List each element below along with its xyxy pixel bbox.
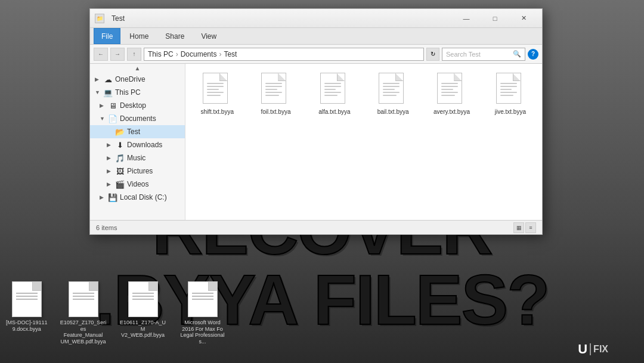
desktop-icon: 🖥 [108,101,117,110]
sidebar-label-pictures: Pictures [127,167,153,175]
expand-icon: ▶ [107,168,113,174]
logo-separator [590,343,591,355]
bottom-file-name-2: E10527_Z170_SeriesFeature_ManualUM_WEB.p… [60,319,107,345]
file-item[interactable]: foil.txt.byya [249,69,302,120]
logo-fix: FIX [593,344,608,355]
file-name: alfa.txt.byya [318,108,350,116]
address-path[interactable]: This PC › Documents › Test [144,48,424,61]
separator-1: › [176,50,178,58]
status-bar: 6 items ▦ ≡ [90,220,542,234]
tab-home[interactable]: Home [122,28,156,44]
window-controls: — □ ✕ [453,10,537,27]
refresh-button[interactable]: ↻ [426,48,439,61]
sidebar-label-music: Music [127,154,145,162]
videos-icon: 🎬 [115,179,125,189]
file-icon [379,73,407,106]
sidebar-item-downloads[interactable]: ▶ ⬇ Downloads [90,138,185,151]
item-count: 6 items [96,224,117,231]
view-buttons: ▦ ≡ [513,222,536,233]
file-item[interactable]: bail.txt.byya [366,69,420,120]
bottom-file-name-4: Microsoft Word2016 For Max FoLegal Profe… [179,319,227,345]
list-view-button[interactable]: ≡ [525,222,536,233]
search-icon: 🔍 [513,50,521,58]
file-item[interactable]: shift.txt.byya [190,69,244,120]
sidebar: ▲ ▶ ☁ OneDrive ▼ 💻 This PC ▶ 🖥 Desktop ▼… [90,64,185,220]
close-button[interactable]: ✕ [510,10,537,27]
bottom-file-icon [12,281,42,317]
separator-2: › [219,50,221,58]
expand-icon: ▶ [100,194,106,200]
sidebar-label-documents: Documents [120,114,156,123]
sidebar-label-videos: Videos [127,180,148,188]
sidebar-label-localdisk: Local Disk (C:) [120,193,167,201]
window-title: Test [112,14,449,23]
expand-icon: ▼ [95,89,101,95]
ribbon: File Home Share View [90,28,542,45]
file-icon [437,73,466,106]
tab-view[interactable]: View [193,28,224,44]
sidebar-label-test: Test [127,128,140,136]
bottom-file-icon [128,281,158,317]
file-item[interactable]: avery.txt.byya [425,69,478,120]
grid-view-button[interactable]: ▦ [513,222,524,233]
sidebar-item-documents[interactable]: ▼ 📄 Documents [90,112,185,125]
file-icon [320,73,349,106]
tab-file[interactable]: File [94,28,120,44]
search-box[interactable]: Search Test 🔍 [442,48,525,61]
bottom-file-icon [69,281,98,317]
search-placeholder: Search Test [446,51,481,58]
test-folder-icon: 📂 [115,127,125,136]
file-name: shift.txt.byya [200,108,234,116]
back-button[interactable]: ← [94,48,108,61]
sidebar-item-thispc[interactable]: ▼ 💻 This PC [90,86,185,99]
sidebar-item-pictures[interactable]: ▶ 🖼 Pictures [90,165,185,178]
expand-icon: ▶ [100,103,106,108]
localdisk-icon: 💾 [108,193,117,202]
file-name: foil.txt.byya [261,108,290,116]
file-area: shift.txt.byya [185,64,542,220]
bottom-file-3[interactable]: E10611_Z170-A_UMV2_WEB.pdf.byya [119,281,167,345]
sidebar-item-desktop[interactable]: ▶ 🖥 Desktop [90,99,185,112]
file-item[interactable]: alfa.txt.byya [308,69,361,120]
file-name: avery.txt.byya [434,108,470,116]
scroll-up-arrow: ▲ [90,64,185,73]
up-button[interactable]: ↑ [127,48,141,61]
title-bar: 📁 Test — □ ✕ [90,9,542,28]
expand-icon: ▶ [95,76,101,82]
bottom-file-name-1: [MS-DOC]-191119.docx.byya [6,319,48,333]
minimize-button[interactable]: — [453,10,480,27]
expand-icon: ▶ [107,181,113,187]
file-item[interactable]: jive.txt.byya [484,69,537,120]
sidebar-item-videos[interactable]: ▶ 🎬 Videos [90,178,185,191]
expand-icon: ▶ [107,155,113,161]
music-icon: 🎵 [115,153,125,163]
help-button[interactable]: ? [528,49,538,60]
file-icon [496,73,525,106]
tab-share[interactable]: Share [157,28,192,44]
sidebar-item-localdisk[interactable]: ▶ 💾 Local Disk (C:) [90,191,185,204]
expand-icon: ▼ [100,116,106,122]
address-bar: ← → ↑ This PC › Documents › Test ↻ Searc… [90,45,542,64]
onedrive-icon: ☁ [103,75,113,84]
maximize-button[interactable]: □ [481,10,509,27]
file-name: bail.txt.byya [377,108,409,116]
sidebar-item-onedrive[interactable]: ▶ ☁ OneDrive [90,73,185,86]
sidebar-label-downloads: Downloads [127,141,162,149]
pictures-icon: 🖼 [115,166,125,176]
bottom-file-4[interactable]: Microsoft Word2016 For Max FoLegal Profe… [179,281,227,345]
downloads-icon: ⬇ [115,140,125,150]
file-name: jive.txt.byya [495,108,526,116]
file-icon [261,73,290,106]
file-grid: shift.txt.byya [190,69,537,120]
sidebar-item-test[interactable]: 📂 Test [90,125,185,138]
thispc-icon: 💻 [103,88,113,97]
forward-button[interactable]: → [110,48,125,61]
sidebar-item-music[interactable]: ▶ 🎵 Music [90,151,185,165]
bottom-file-1[interactable]: [MS-DOC]-191119.docx.byya [6,281,48,345]
logo-watermark: U FIX [578,342,608,357]
expand-icon: ▶ [107,142,113,148]
file-icon [203,73,231,106]
bottom-file-2[interactable]: E10527_Z170_SeriesFeature_ManualUM_WEB.p… [60,281,107,345]
main-content: ▲ ▶ ☁ OneDrive ▼ 💻 This PC ▶ 🖥 Desktop ▼… [90,64,542,220]
sidebar-label-onedrive: OneDrive [115,75,145,83]
